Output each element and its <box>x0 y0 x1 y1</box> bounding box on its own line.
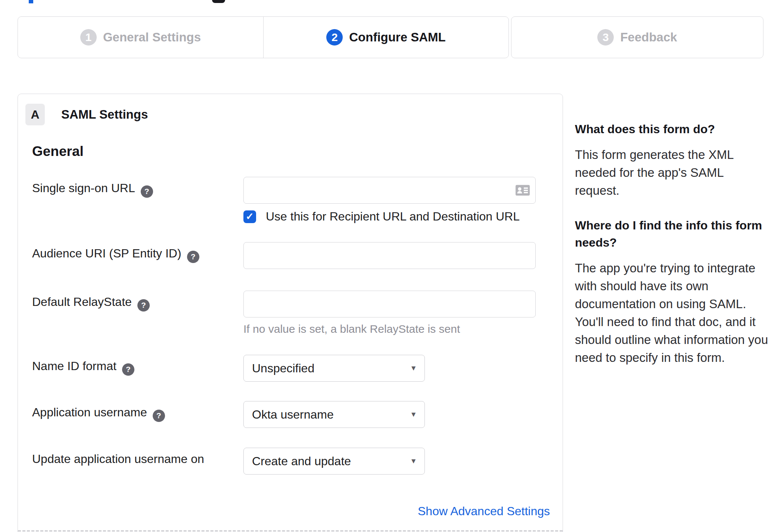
sidebar-body-2: The app you're trying to integrate with … <box>575 259 769 367</box>
help-icon[interactable]: ? <box>187 251 199 263</box>
audience-uri-label: Audience URI (SP Entity ID)? <box>32 242 243 269</box>
help-icon[interactable]: ? <box>122 363 134 376</box>
stepper-group: 1 General Settings 2 Configure SAML <box>18 16 509 58</box>
update-username-label-text: Update application username on <box>32 452 204 466</box>
app-username-label: Application username? <box>32 401 243 428</box>
chevron-down-icon: ▼ <box>410 457 417 465</box>
audience-uri-label-text: Audience URI (SP Entity ID) <box>32 247 181 260</box>
general-section-heading: General <box>32 143 563 160</box>
chevron-down-icon: ▼ <box>410 364 417 372</box>
sidebar-heading-2: Where do I find the info this form needs… <box>575 217 769 251</box>
nameid-format-label-text: Name ID format <box>32 359 116 373</box>
form-row-app-username: Application username? Okta username ▼ <box>18 401 563 428</box>
sso-url-label-text: Single sign-on URL <box>32 181 135 195</box>
step-3-label: Feedback <box>620 30 677 44</box>
cropped-heading-fragment <box>212 0 225 3</box>
help-icon[interactable]: ? <box>153 410 165 422</box>
sso-url-label: Single sign-on URL? <box>32 177 243 223</box>
update-username-select[interactable]: Create and update ▼ <box>243 448 425 475</box>
panel-header: A SAML Settings <box>25 104 563 125</box>
sso-url-input[interactable] <box>243 177 536 204</box>
configure-saml-page: 1 General Settings 2 Configure SAML 3 Fe… <box>0 0 781 532</box>
section-divider <box>18 530 563 532</box>
chevron-down-icon: ▼ <box>410 410 417 419</box>
saml-settings-panel: A SAML Settings General Single sign-on U… <box>18 94 563 532</box>
app-username-label-text: Application username <box>32 406 147 419</box>
step-3-circle: 3 <box>597 29 614 46</box>
step-2-label: Configure SAML <box>349 30 445 44</box>
form-row-relaystate: Default RelayState? If no value is set, … <box>18 291 563 335</box>
recipient-url-check-row: ✓ Use this for Recipient URL and Destina… <box>243 210 536 223</box>
app-username-select[interactable]: Okta username ▼ <box>243 401 425 428</box>
form-row-sso-url: Single sign-on URL? <box>18 177 563 223</box>
update-username-label: Update application username on <box>32 448 243 475</box>
sidebar-body-1: This form generates the XML needed for t… <box>575 146 769 200</box>
update-username-value: Create and update <box>252 454 351 468</box>
sidebar-heading-1: What does this form do? <box>575 121 769 138</box>
step-feedback[interactable]: 3 Feedback <box>511 16 763 58</box>
nameid-format-select[interactable]: Unspecified ▼ <box>243 355 425 382</box>
section-a-badge: A <box>25 104 45 125</box>
contacts-autofill-icon[interactable] <box>516 185 530 196</box>
step-configure-saml[interactable]: 2 Configure SAML <box>263 17 508 58</box>
step-general-settings[interactable]: 1 General Settings <box>18 17 263 58</box>
show-advanced-settings-link[interactable]: Show Advanced Settings <box>418 504 550 518</box>
form-row-update-username: Update application username on Create an… <box>18 448 563 475</box>
nameid-format-value: Unspecified <box>252 362 314 375</box>
cropped-blue-element <box>29 0 33 3</box>
form-row-nameid-format: Name ID format? Unspecified ▼ <box>18 355 563 382</box>
wizard-stepper: 1 General Settings 2 Configure SAML 3 Fe… <box>18 16 763 58</box>
app-username-value: Okta username <box>252 408 334 422</box>
step-1-label: General Settings <box>103 30 201 44</box>
step-1-circle: 1 <box>80 29 97 46</box>
nameid-format-label: Name ID format? <box>32 355 243 382</box>
step-2-circle: 2 <box>326 29 343 46</box>
relaystate-label: Default RelayState? <box>32 291 243 335</box>
relaystate-helper-text: If no value is set, a blank RelayState i… <box>243 323 536 335</box>
panel-title: SAML Settings <box>61 107 148 122</box>
recipient-url-checkbox-label: Use this for Recipient URL and Destinati… <box>266 210 520 223</box>
use-recipient-url-checkbox[interactable]: ✓ <box>243 210 256 223</box>
help-sidebar: What does this form do? This form genera… <box>575 121 769 367</box>
help-icon[interactable]: ? <box>141 185 153 198</box>
relaystate-label-text: Default RelayState <box>32 295 132 309</box>
form-row-audience-uri: Audience URI (SP Entity ID)? <box>18 242 563 269</box>
help-icon[interactable]: ? <box>137 299 150 312</box>
relaystate-input[interactable] <box>243 291 536 317</box>
audience-uri-input[interactable] <box>243 242 536 269</box>
